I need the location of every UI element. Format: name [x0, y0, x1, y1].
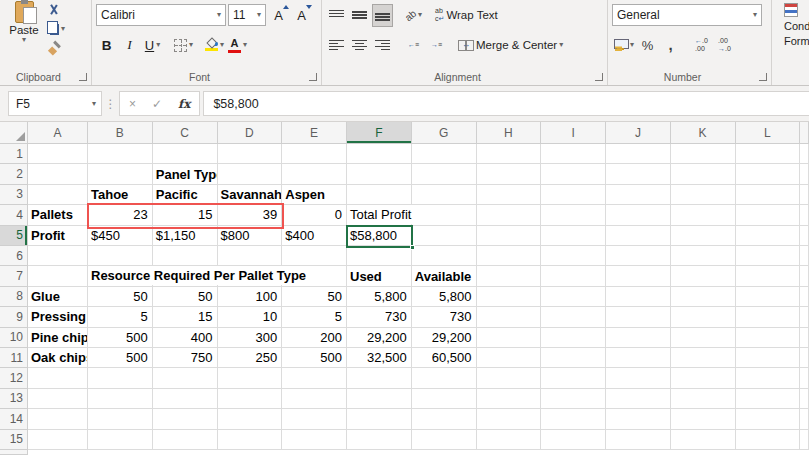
cell-J4[interactable] [606, 205, 671, 225]
column-header-C[interactable]: C [153, 122, 218, 144]
cell-G15[interactable] [412, 430, 477, 450]
align-left-button[interactable] [326, 34, 347, 57]
copy-dropdown-arrow[interactable]: ▾ [61, 25, 65, 33]
cell-G12[interactable] [412, 368, 477, 388]
font-size-dropdown-arrow[interactable]: ▾ [257, 11, 261, 19]
cell-D8[interactable]: 100 [218, 287, 283, 307]
cell-G2[interactable] [412, 164, 477, 184]
font-color-button[interactable]: A▾ [227, 34, 248, 57]
merge-center-button[interactable]: ↔Merge & Center▾ [457, 34, 564, 57]
cell-A7[interactable] [28, 266, 88, 286]
cell-J8[interactable] [606, 287, 671, 307]
row-header-15[interactable]: 15 [0, 430, 28, 450]
cell-C4[interactable]: 15 [153, 205, 218, 225]
cell-K2[interactable] [671, 164, 736, 184]
cell-H8[interactable] [477, 287, 542, 307]
cell-C8[interactable]: 50 [153, 287, 218, 307]
cell-I3[interactable] [541, 185, 606, 205]
cell-A9[interactable]: Pressing [28, 307, 88, 327]
cell-G11[interactable]: 60,500 [412, 348, 477, 368]
cell-G10[interactable]: 29,200 [412, 328, 477, 348]
number-dialog-launcher-icon[interactable] [759, 73, 767, 81]
cell-J12[interactable] [606, 368, 671, 388]
cell-L3[interactable] [736, 185, 801, 205]
cell-L7[interactable] [736, 266, 801, 286]
decrease-indent-button[interactable]: ←≡ [403, 34, 424, 57]
percent-style-button[interactable]: % [637, 34, 658, 57]
cell-I14[interactable] [541, 409, 606, 429]
number-format-dropdown-arrow[interactable]: ▾ [753, 11, 757, 19]
cell-D9[interactable]: 10 [218, 307, 283, 327]
cell-H1[interactable] [477, 144, 542, 164]
comma-style-button[interactable]: , [660, 34, 681, 57]
cell-I8[interactable] [541, 287, 606, 307]
cell-J15[interactable] [606, 430, 671, 450]
column-header-F[interactable]: F [347, 122, 412, 144]
cell-K9[interactable] [671, 307, 736, 327]
enter-icon[interactable]: ✓ [152, 97, 162, 111]
font-size-select[interactable]: 11▾ [228, 4, 266, 26]
cell-K14[interactable] [671, 409, 736, 429]
row-header-7[interactable]: 7 [0, 266, 28, 286]
column-header-G[interactable]: G [412, 122, 477, 144]
cell-C10[interactable]: 400 [153, 328, 218, 348]
cell-E3[interactable]: Aspen [282, 185, 347, 205]
cell-I11[interactable] [541, 348, 606, 368]
orientation-dropdown-arrow[interactable]: ▾ [418, 11, 422, 19]
number-format-select[interactable]: General▾ [612, 4, 762, 26]
cell-A10[interactable]: Pine chips [28, 328, 88, 348]
cell-C5[interactable]: $1,150 [153, 226, 218, 246]
cell-C9[interactable]: 15 [153, 307, 218, 327]
cell-I15[interactable] [541, 430, 606, 450]
cell-G13[interactable] [412, 389, 477, 409]
cell-L6[interactable] [736, 246, 801, 266]
column-header-D[interactable]: D [218, 122, 283, 144]
cell-K5[interactable] [671, 226, 736, 246]
font-color-dropdown-arrow[interactable]: ▾ [243, 41, 247, 49]
top-align-button[interactable] [326, 4, 347, 27]
cell-F3[interactable] [347, 185, 412, 205]
cell-H15[interactable] [477, 430, 542, 450]
cell-I2[interactable] [541, 164, 606, 184]
cell-E10[interactable]: 200 [282, 328, 347, 348]
cell-F4[interactable]: Total Profit [347, 205, 412, 225]
cell-L12[interactable] [736, 368, 801, 388]
cell-H9[interactable] [477, 307, 542, 327]
cell-F13[interactable] [347, 389, 412, 409]
cell-I9[interactable] [541, 307, 606, 327]
cell-L9[interactable] [736, 307, 801, 327]
cell-E2[interactable] [282, 164, 347, 184]
increase-indent-button[interactable]: →≡ [426, 34, 447, 57]
clipboard-dialog-launcher-icon[interactable] [79, 73, 87, 81]
cell-G6[interactable] [412, 246, 477, 266]
cell-H2[interactable] [477, 164, 542, 184]
row-header-11[interactable]: 11 [0, 348, 28, 368]
cell-D4[interactable]: 39 [218, 205, 283, 225]
cell-H12[interactable] [477, 368, 542, 388]
cell-H11[interactable] [477, 348, 542, 368]
font-dialog-launcher-icon[interactable] [309, 73, 317, 81]
cell-B1[interactable] [88, 144, 153, 164]
cell-E6[interactable] [282, 246, 347, 266]
cell-A5[interactable]: Profit [28, 226, 88, 246]
column-header-L[interactable]: L [736, 122, 801, 144]
cell-I1[interactable] [541, 144, 606, 164]
cell-J10[interactable] [606, 328, 671, 348]
cell-I12[interactable] [541, 368, 606, 388]
cell-K7[interactable] [671, 266, 736, 286]
cell-E15[interactable] [282, 430, 347, 450]
cell-K11[interactable] [671, 348, 736, 368]
cell-E14[interactable] [282, 409, 347, 429]
cell-C3[interactable]: Pacific [153, 185, 218, 205]
column-header-H[interactable]: H [477, 122, 542, 144]
cell-I7[interactable] [541, 266, 606, 286]
cell-F10[interactable]: 29,200 [347, 328, 412, 348]
conditional-formatting-button[interactable]: CondForma [772, 0, 809, 85]
cell-F1[interactable] [347, 144, 412, 164]
formula-bar-drag-handle[interactable]: ⋮ [102, 97, 119, 111]
cell-H5[interactable] [477, 226, 542, 246]
column-header-B[interactable]: B [88, 122, 153, 144]
increase-decimal-button[interactable]: ←.0.00 [691, 34, 712, 57]
cell-L15[interactable] [736, 430, 801, 450]
cell-F12[interactable] [347, 368, 412, 388]
